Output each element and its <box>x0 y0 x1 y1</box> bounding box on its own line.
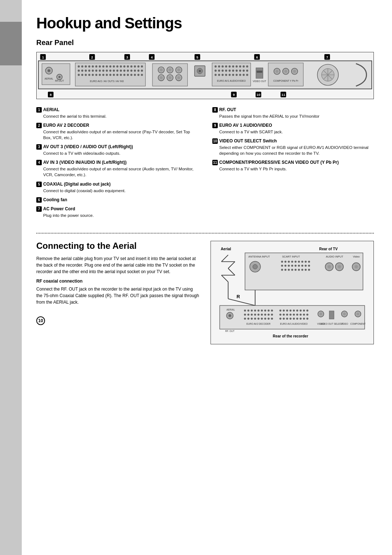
svg-point-175 <box>305 260 307 263</box>
desc-text-9: Connect to a TV with SCART jack. <box>219 129 374 135</box>
svg-point-249 <box>286 313 288 316</box>
svg-text:R: R <box>237 293 240 299</box>
svg-point-73 <box>120 74 122 76</box>
svg-point-31 <box>106 65 108 68</box>
svg-rect-163 <box>245 253 363 290</box>
desc-text-11: Connect to a TV with Y Pb Pr inputs. <box>219 166 374 172</box>
svg-point-187 <box>285 269 287 271</box>
svg-point-272 <box>343 312 346 315</box>
svg-point-210 <box>244 309 246 312</box>
svg-point-106 <box>242 65 245 68</box>
svg-point-36 <box>123 65 126 68</box>
svg-point-211 <box>248 309 250 312</box>
svg-text:7: 7 <box>326 55 328 59</box>
svg-point-77 <box>134 74 136 76</box>
callout-6: 6 <box>36 197 42 203</box>
svg-point-87 <box>177 69 180 72</box>
svg-point-71 <box>113 74 115 76</box>
svg-point-173 <box>298 260 300 263</box>
desc-text-2: Connect the audio/video output of an ext… <box>43 129 198 141</box>
svg-point-185 <box>308 265 310 267</box>
svg-text:Video: Video <box>353 255 360 258</box>
svg-point-59 <box>137 70 139 72</box>
svg-text:AUDIO INPUT: AUDIO INPUT <box>326 255 343 258</box>
svg-point-127 <box>246 74 248 76</box>
desc-title-4: 4 AV IN 3 (VIDEO IN/AUDIO IN (Left/Right… <box>36 160 198 165</box>
svg-point-219 <box>244 313 246 316</box>
svg-point-252 <box>296 313 298 316</box>
left-sidebar <box>0 0 22 555</box>
desc-item-9: 9 EURO AV 1 AUDIO/VIDEO Connect to a TV … <box>212 123 374 135</box>
svg-point-30 <box>102 65 105 68</box>
desc-item-5: 5 COAXIAL (Digital audio out jack) Conne… <box>36 182 198 194</box>
svg-line-159 <box>228 268 235 275</box>
svg-rect-129 <box>256 68 263 78</box>
svg-point-52 <box>113 70 115 72</box>
svg-point-181 <box>295 265 297 267</box>
svg-point-212 <box>251 309 253 312</box>
svg-point-189 <box>291 269 293 271</box>
dot-divider <box>36 233 374 234</box>
svg-point-68 <box>102 74 105 76</box>
svg-point-54 <box>120 70 122 72</box>
svg-text:Rear of the recorder: Rear of the recorder <box>273 334 309 338</box>
svg-point-79 <box>141 74 143 76</box>
svg-point-198 <box>328 265 331 268</box>
svg-text:ANTENNA INPUT: ANTENNA INPUT <box>248 255 270 258</box>
svg-point-70 <box>109 74 111 76</box>
svg-point-238 <box>279 309 282 312</box>
svg-point-74 <box>123 74 126 76</box>
svg-point-267 <box>319 312 322 315</box>
desc-item-1: 1 AERIAL Connect the aerial to this term… <box>36 107 198 119</box>
svg-rect-97 <box>212 63 250 86</box>
svg-point-29 <box>99 65 101 68</box>
svg-point-169 <box>285 260 287 263</box>
desc-item-3: 3 AV OUT 3 (VIDEO / AUDIO OUT (Left/Righ… <box>36 144 198 156</box>
aerial-section-title: Connecting to the Aerial <box>36 241 200 251</box>
svg-point-171 <box>291 260 293 263</box>
svg-point-111 <box>225 70 227 72</box>
svg-point-26 <box>88 65 90 68</box>
svg-point-180 <box>291 265 293 267</box>
desc-item-4: 4 AV IN 3 (VIDEO IN/AUDIO IN (Left/Right… <box>36 160 198 178</box>
svg-text:6: 6 <box>256 55 258 59</box>
rear-panel-diagram: 1 2 3 4 5 6 7 AERIAL <box>36 52 374 99</box>
svg-point-259 <box>290 317 292 320</box>
svg-text:5: 5 <box>196 55 199 59</box>
svg-point-62 <box>81 74 83 76</box>
rear-panel-heading: Rear Panel <box>36 39 374 47</box>
svg-point-251 <box>293 313 295 316</box>
svg-point-242 <box>293 309 295 312</box>
svg-point-85 <box>168 69 171 72</box>
svg-point-214 <box>257 309 260 312</box>
svg-point-33 <box>113 65 115 68</box>
svg-point-194 <box>308 269 310 271</box>
svg-point-119 <box>218 74 220 76</box>
svg-line-156 <box>221 255 228 262</box>
svg-point-48 <box>99 70 101 72</box>
desc-title-2: 2 EURO AV 2 DECODER <box>36 123 198 128</box>
callout-9: 9 <box>212 123 218 128</box>
svg-point-63 <box>85 74 87 76</box>
callout-2: 2 <box>36 123 42 128</box>
svg-point-51 <box>109 70 111 72</box>
svg-text:11: 11 <box>281 93 285 97</box>
svg-point-28 <box>95 65 97 68</box>
svg-point-174 <box>301 260 303 263</box>
svg-point-253 <box>299 313 302 316</box>
svg-point-120 <box>221 74 224 76</box>
svg-point-101 <box>225 65 227 68</box>
callout-4: 4 <box>36 160 42 165</box>
svg-point-121 <box>225 74 227 76</box>
svg-point-75 <box>127 74 129 76</box>
svg-point-104 <box>236 65 238 68</box>
desc-right-column: 8 RF. OUT Passes the signal from the AER… <box>212 107 374 222</box>
desc-text-4: Connect the audio/video output of an ext… <box>43 166 198 178</box>
svg-point-244 <box>299 309 302 312</box>
svg-point-34 <box>116 65 118 68</box>
svg-text:SCART INPUT: SCART INPUT <box>282 255 300 258</box>
svg-text:RF.OUT: RF.OUT <box>55 80 64 82</box>
svg-point-170 <box>288 260 290 263</box>
svg-point-108 <box>215 70 217 72</box>
svg-point-102 <box>229 65 231 68</box>
